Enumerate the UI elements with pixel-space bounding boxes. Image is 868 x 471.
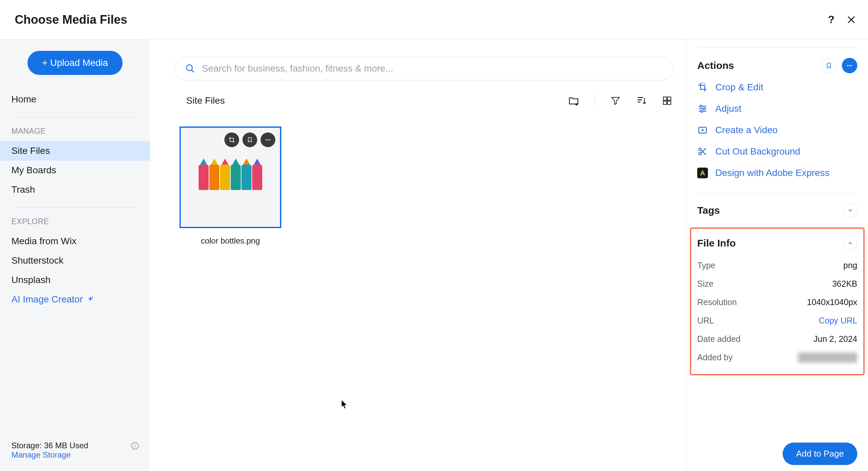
file-info-section: File Info Typepng Size362KB Resolution10… xyxy=(690,228,865,375)
svg-point-0 xyxy=(92,297,93,298)
info-label: Type xyxy=(697,261,715,270)
divider xyxy=(11,207,138,208)
info-value: Jun 2, 2024 xyxy=(813,334,857,344)
svg-point-8 xyxy=(269,139,270,140)
info-row-resolution: Resolution1040x1040px xyxy=(697,293,857,311)
action-label: Create a Video xyxy=(715,125,778,135)
sidebar-item-shutterstock[interactable]: Shutterstock xyxy=(0,251,150,270)
video-icon xyxy=(697,125,708,135)
info-value: 1040x1040px xyxy=(807,297,857,307)
media-thumbnail[interactable] xyxy=(180,127,281,228)
grid-view-icon[interactable] xyxy=(662,96,672,106)
sparkle-icon xyxy=(87,296,94,303)
action-label: Design with Adobe Express xyxy=(715,168,830,178)
action-label: Crop & Edit xyxy=(715,82,763,93)
fileinfo-title: File Info xyxy=(697,237,736,249)
search-bar[interactable] xyxy=(174,57,674,80)
divider xyxy=(11,117,138,117)
svg-point-14 xyxy=(701,110,703,112)
page-title: Choose Media Files xyxy=(15,13,127,27)
info-icon[interactable]: i xyxy=(131,442,138,449)
svg-point-1 xyxy=(187,65,192,71)
more-actions-icon[interactable] xyxy=(842,58,857,73)
content-area: Site Files xyxy=(150,39,686,471)
chevron-down-icon[interactable] xyxy=(843,203,857,217)
crop-icon xyxy=(697,82,708,93)
svg-rect-3 xyxy=(668,97,671,100)
manage-storage-link[interactable]: Manage Storage xyxy=(11,450,71,459)
separator xyxy=(595,94,595,108)
close-icon[interactable] xyxy=(846,15,856,25)
svg-point-7 xyxy=(267,139,268,140)
action-label: Cut Out Background xyxy=(715,146,800,157)
add-to-page-button[interactable]: Add to Page xyxy=(783,443,857,465)
actions-list: Crop & Edit Adjust Create a Video Cut Ou… xyxy=(697,82,857,178)
info-label: Date added xyxy=(697,334,740,344)
sidebar-item-ai-creator[interactable]: AI Image Creator xyxy=(0,290,150,309)
actions-header: Actions xyxy=(697,58,857,73)
info-label: Size xyxy=(697,279,714,289)
breadcrumb[interactable]: Site Files xyxy=(186,95,225,106)
action-crop-edit[interactable]: Crop & Edit xyxy=(697,82,857,93)
sidebar-item-trash[interactable]: Trash xyxy=(0,180,150,199)
copy-url-link[interactable]: Copy URL xyxy=(819,316,857,326)
info-row-addedby: Added by██████████ xyxy=(697,348,857,367)
info-label: Added by xyxy=(697,352,733,362)
svg-rect-5 xyxy=(668,101,671,104)
info-row-date: Date addedJun 2, 2024 xyxy=(697,330,857,348)
info-row-size: Size362KB xyxy=(697,275,857,293)
more-icon[interactable] xyxy=(260,132,275,147)
svg-point-13 xyxy=(703,108,705,110)
sidebar-heading-explore: EXPLORE xyxy=(0,217,150,232)
sliders-icon xyxy=(697,103,708,114)
upload-media-button[interactable]: + Upload Media xyxy=(27,51,123,75)
info-value-hidden: ██████████ xyxy=(798,352,857,362)
filter-icon[interactable] xyxy=(611,96,621,106)
chevron-up-icon[interactable] xyxy=(843,236,857,250)
fileinfo-header[interactable]: File Info xyxy=(697,236,857,250)
info-label: Resolution xyxy=(697,297,737,307)
action-adobe-express[interactable]: A Design with Adobe Express xyxy=(697,168,857,178)
thumbnail-grid: color bottles.png xyxy=(174,127,674,245)
sidebar-item-site-files[interactable]: Site Files xyxy=(0,141,150,161)
svg-point-11 xyxy=(851,65,852,66)
header: Choose Media Files ? xyxy=(0,0,868,39)
sidebar-heading-manage: MANAGE xyxy=(0,127,150,141)
content-toolbar xyxy=(568,94,672,108)
sidebar-item-home[interactable]: Home xyxy=(0,90,150,109)
content-header: Site Files xyxy=(174,94,674,108)
action-label: Adjust xyxy=(715,103,741,114)
bookmark-icon[interactable] xyxy=(243,132,257,147)
info-value: 362KB xyxy=(832,279,857,289)
sidebar-item-media-wix[interactable]: Media from Wix xyxy=(0,232,150,251)
storage-label: Storage: 36 MB Used xyxy=(11,441,88,450)
sidebar-item-my-boards[interactable]: My Boards xyxy=(0,161,150,180)
search-input[interactable] xyxy=(202,63,662,74)
svg-point-9 xyxy=(847,65,848,66)
action-cut-background[interactable]: Cut Out Background xyxy=(697,146,857,157)
info-row-url: URLCopy URL xyxy=(697,311,857,330)
sidebar-item-unsplash[interactable]: Unsplash xyxy=(0,270,150,290)
divider xyxy=(697,193,857,193)
svg-point-10 xyxy=(849,65,850,66)
info-row-type: Typepng xyxy=(697,256,857,275)
media-item[interactable]: color bottles.png xyxy=(180,127,281,245)
ai-label: AI Image Creator xyxy=(11,294,83,305)
help-icon[interactable]: ? xyxy=(828,13,835,26)
crop-icon[interactable] xyxy=(224,132,239,147)
thumbnail-image xyxy=(198,165,262,190)
svg-point-6 xyxy=(266,139,267,140)
sort-icon[interactable] xyxy=(636,95,647,106)
thumbnail-tools xyxy=(224,132,275,147)
actions-title: Actions xyxy=(697,60,734,71)
action-adjust[interactable]: Adjust xyxy=(697,103,857,114)
svg-rect-2 xyxy=(663,97,667,100)
bookmark-icon[interactable] xyxy=(821,58,837,73)
media-filename: color bottles.png xyxy=(180,236,281,245)
tags-header[interactable]: Tags xyxy=(697,203,857,217)
action-create-video[interactable]: Create a Video xyxy=(697,125,857,135)
svg-rect-4 xyxy=(663,101,667,104)
info-label: URL xyxy=(697,316,714,326)
new-folder-icon[interactable] xyxy=(568,95,579,106)
divider xyxy=(697,47,857,48)
